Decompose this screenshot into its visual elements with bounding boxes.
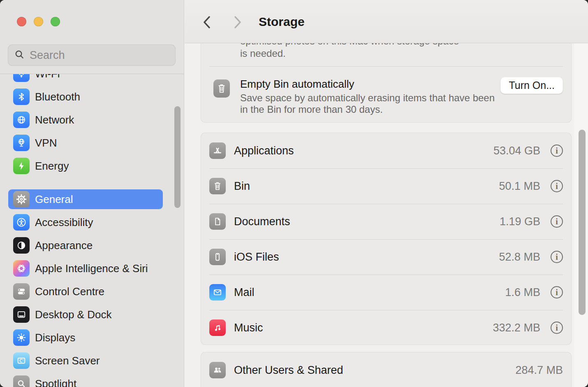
sidebar-item-apple-intelligence-siri[interactable]: Apple Intelligence & Siri xyxy=(8,257,163,280)
accessibility-icon xyxy=(13,214,30,231)
main-scrollbar-thumb[interactable] xyxy=(579,130,586,315)
control-centre-icon xyxy=(13,283,30,300)
lightning-icon xyxy=(13,158,30,174)
sidebar-item-desktop-dock[interactable]: Desktop & Dock xyxy=(8,303,163,326)
vpn-globe-icon xyxy=(13,135,30,151)
info-icon[interactable]: i xyxy=(551,215,563,228)
document-icon xyxy=(209,213,226,230)
divider xyxy=(209,66,563,67)
sidebar: Wi-Fi Bluetooth Network xyxy=(0,0,184,387)
storage-categories-card: Applications 53.04 GB i Bin 50.1 MB i xyxy=(201,133,572,345)
optimise-storage-text-line2: is needed. xyxy=(240,48,286,59)
sidebar-item-label: Energy xyxy=(35,160,69,173)
category-label: Bin xyxy=(234,180,250,193)
row-documents: Documents 1.19 GB i xyxy=(209,204,563,239)
category-size: 1.6 MB xyxy=(505,286,540,299)
info-icon[interactable]: i xyxy=(551,145,563,157)
forward-button[interactable] xyxy=(231,15,243,30)
category-size: 50.1 MB xyxy=(499,180,540,193)
sidebar-item-accessibility[interactable]: Accessibility xyxy=(8,211,163,234)
category-label: Music xyxy=(234,322,263,334)
info-icon[interactable]: i xyxy=(551,180,563,192)
sidebar-item-label: VPN xyxy=(35,137,57,149)
sidebar-item-label: Apple Intelligence & Siri xyxy=(35,262,148,275)
spotlight-magnifier-icon xyxy=(13,375,30,387)
search-icon xyxy=(14,49,25,62)
traffic-lights xyxy=(17,17,60,26)
users-icon xyxy=(209,362,226,378)
sidebar-item-vpn[interactable]: VPN xyxy=(8,131,163,154)
network-globe-icon xyxy=(13,112,30,128)
row-music: Music 332.2 MB i xyxy=(209,310,563,345)
turn-on-button[interactable]: Turn On... xyxy=(500,77,563,94)
other-users-card: Other Users & Shared 284.7 MB xyxy=(201,352,572,387)
apple-intelligence-icon xyxy=(13,260,30,277)
sidebar-item-bluetooth[interactable]: Bluetooth xyxy=(8,85,163,108)
trash-icon xyxy=(213,79,230,98)
search-input[interactable] xyxy=(30,49,175,62)
storage-pane: optimised photos on this Mac when storag… xyxy=(185,0,588,387)
music-note-icon xyxy=(209,319,226,336)
applications-icon xyxy=(209,142,226,159)
system-settings-window: Wi-Fi Bluetooth Network xyxy=(0,0,588,387)
empty-bin-description: Save space by automatically erasing item… xyxy=(240,92,495,115)
sidebar-item-label: Control Centre xyxy=(35,285,104,298)
sidebar-header xyxy=(0,0,184,74)
iphone-icon xyxy=(209,249,226,265)
sidebar-item-control-centre[interactable]: Control Centre xyxy=(8,280,163,303)
category-label: Documents xyxy=(234,215,290,228)
sidebar-item-label: General xyxy=(35,193,73,206)
row-applications: Applications 53.04 GB i xyxy=(209,133,563,168)
info-icon[interactable]: i xyxy=(551,251,563,263)
sidebar-item-label: Bluetooth xyxy=(35,91,80,103)
appearance-icon xyxy=(13,237,30,254)
sidebar-item-label: Screen Saver xyxy=(35,354,100,367)
category-label: Mail xyxy=(234,286,255,299)
sidebar-item-label: Accessibility xyxy=(35,216,93,229)
sidebar-item-label: Appearance xyxy=(35,239,93,252)
category-size: 332.2 MB xyxy=(493,322,540,334)
sidebar-item-label: Desktop & Dock xyxy=(35,308,111,321)
info-icon[interactable]: i xyxy=(551,286,563,298)
sidebar-item-displays[interactable]: Displays xyxy=(8,326,163,349)
category-size: 52.8 MB xyxy=(499,251,540,263)
row-bin: Bin 50.1 MB i xyxy=(209,168,563,204)
close-button[interactable] xyxy=(17,17,26,26)
row-other-users-shared: Other Users & Shared 284.7 MB xyxy=(209,352,563,387)
sidebar-item-label: Spotlight xyxy=(35,378,76,387)
category-size: 284.7 MB xyxy=(515,364,563,377)
zoom-button[interactable] xyxy=(51,17,60,26)
bluetooth-icon xyxy=(13,89,30,105)
sidebar-item-appearance[interactable]: Appearance xyxy=(8,234,163,257)
category-label: iOS Files xyxy=(234,251,279,263)
screen-saver-icon xyxy=(13,352,30,369)
row-ios-files: iOS Files 52.8 MB i xyxy=(209,239,563,275)
page-title: Storage xyxy=(259,15,305,29)
sidebar-scrollbar-thumb[interactable] xyxy=(174,106,181,208)
sidebar-item-label: Network xyxy=(35,114,74,126)
category-label: Other Users & Shared xyxy=(234,364,343,377)
sidebar-item-screen-saver[interactable]: Screen Saver xyxy=(8,349,163,372)
info-icon[interactable]: i xyxy=(551,322,563,334)
sidebar-item-energy[interactable]: Energy xyxy=(8,154,163,177)
row-mail: Mail 1.6 MB i xyxy=(209,275,563,310)
desktop-dock-icon xyxy=(13,306,30,323)
gear-icon xyxy=(13,191,30,207)
sidebar-item-general[interactable]: General xyxy=(8,189,163,209)
sidebar-item-network[interactable]: Network xyxy=(8,108,163,131)
empty-bin-title: Empty Bin automatically xyxy=(240,78,354,91)
bin-icon xyxy=(209,178,226,194)
category-size: 53.04 GB xyxy=(493,145,540,157)
sun-icon xyxy=(13,329,30,346)
back-button[interactable] xyxy=(201,15,213,30)
sidebar-item-label: Displays xyxy=(35,331,75,344)
category-label: Applications xyxy=(234,145,294,157)
sidebar-item-spotlight[interactable]: Spotlight xyxy=(8,372,163,387)
main-header: Storage xyxy=(185,0,588,43)
search-field[interactable] xyxy=(8,44,176,66)
minimize-button[interactable] xyxy=(34,17,43,26)
mail-envelope-icon xyxy=(209,284,226,301)
category-size: 1.19 GB xyxy=(500,215,540,228)
